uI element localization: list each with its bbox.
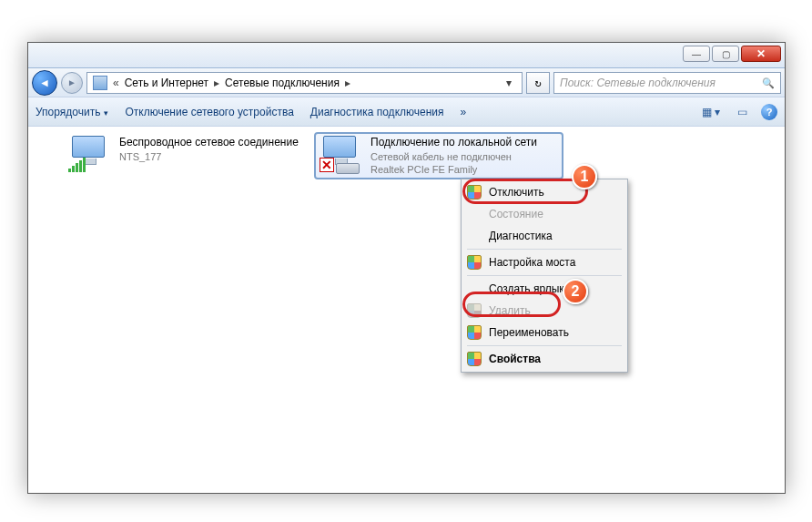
titlebar: — ▢ ✕ (28, 43, 785, 68)
breadcrumb-chevron: « (113, 77, 119, 89)
breadcrumb-part-2[interactable]: Сетевые подключения (225, 77, 340, 89)
view-button[interactable]: ▦ ▾ (699, 102, 723, 122)
menu-properties[interactable]: Свойства (463, 348, 625, 370)
help-button[interactable]: ? (761, 104, 777, 120)
lan-icon: ✕ (320, 136, 363, 172)
connection-item-wireless[interactable]: Беспроводное сетевое соединение NTS_177 (65, 134, 310, 174)
maximize-button[interactable]: ▢ (712, 46, 739, 62)
connection-title: Беспроводное сетевое соединение (119, 136, 299, 150)
location-icon (93, 76, 107, 90)
content-area: Беспроводное сетевое соединение NTS_177 … (28, 127, 785, 493)
address-bar[interactable]: « Сеть и Интернет ▸ Сетевые подключения … (86, 72, 523, 94)
breadcrumb-part-1[interactable]: Сеть и Интернет (125, 77, 208, 89)
menu-bridge[interactable]: Настройка моста (463, 251, 625, 273)
toolbar-diagnose[interactable]: Диагностика подключения (310, 106, 444, 118)
menu-delete: Удалить (463, 300, 625, 322)
connection-title: Подключение по локальной сети (370, 136, 537, 150)
uac-shield-icon (467, 352, 482, 366)
menu-disable[interactable]: Отключить (463, 181, 625, 203)
toolbar-disable-device[interactable]: Отключение сетевого устройства (125, 106, 293, 118)
uac-shield-icon (467, 255, 482, 270)
explorer-window: — ▢ ✕ « Сеть и Интернет ▸ Сетевые подклю… (27, 42, 786, 494)
menu-status: Состояние (463, 203, 625, 225)
uac-shield-icon (467, 325, 482, 340)
search-icon (762, 77, 775, 89)
connection-status: NTS_177 (119, 150, 299, 163)
connection-device: Realtek PCIe FE Family (370, 163, 537, 176)
search-input[interactable]: Поиск: Сетевые подключения (553, 72, 781, 94)
back-button[interactable] (32, 70, 57, 96)
breadcrumb-chevron: ▸ (345, 77, 350, 89)
toolbar-overflow[interactable]: » (461, 106, 467, 118)
connection-item-lan[interactable]: ✕ Подключение по локальной сети Сетевой … (316, 134, 562, 178)
address-dropdown[interactable]: ▾ (502, 77, 516, 89)
close-button[interactable]: ✕ (741, 46, 781, 62)
menu-rename[interactable]: Переименовать (463, 322, 625, 343)
wireless-icon (68, 136, 112, 172)
uac-shield-icon (467, 185, 482, 200)
menu-separator (467, 275, 622, 276)
menu-separator (467, 249, 622, 250)
minimize-button[interactable]: — (683, 46, 710, 62)
uac-shield-icon (467, 303, 482, 318)
nav-row: « Сеть и Интернет ▸ Сетевые подключения … (28, 68, 785, 97)
refresh-button[interactable]: ↻ (526, 72, 550, 94)
menu-diagnostics[interactable]: Диагностика (463, 225, 625, 247)
preview-pane-button[interactable]: ▭ (730, 102, 754, 122)
search-placeholder: Поиск: Сетевые подключения (560, 77, 716, 89)
breadcrumb-chevron: ▸ (214, 77, 219, 89)
connection-status: Сетевой кабель не подключен (370, 150, 537, 163)
annotation-badge-2: 2 (563, 279, 588, 304)
menu-create-shortcut[interactable]: Создать ярлык (463, 278, 625, 300)
annotation-badge-1: 1 (572, 164, 597, 189)
menu-separator (467, 345, 622, 346)
toolbar: Упорядочить Отключение сетевого устройст… (28, 97, 785, 127)
toolbar-organize[interactable]: Упорядочить (36, 106, 108, 118)
context-menu: Отключить Состояние Диагностика Настройк… (461, 179, 628, 373)
forward-button[interactable] (61, 72, 83, 94)
